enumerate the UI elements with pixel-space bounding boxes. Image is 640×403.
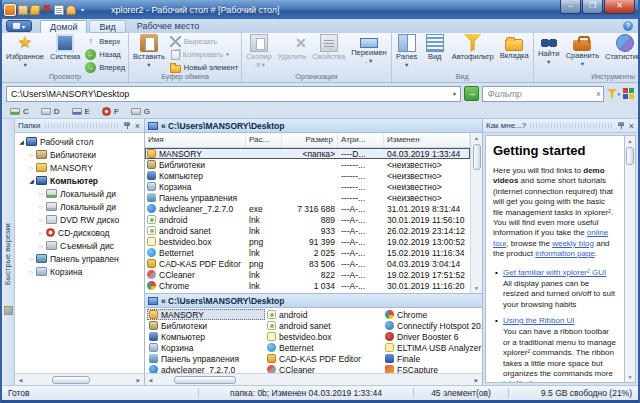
tree-item[interactable]: ◢Рабочий стол: [15, 135, 144, 148]
close-button[interactable]: ✕: [604, 0, 635, 14]
scroll-track[interactable]: [156, 375, 471, 385]
up-button[interactable]: Вверх: [83, 35, 127, 47]
file-row[interactable]: Chromelnk1 034---A-...30.01.2019 11:16:2…: [145, 280, 470, 291]
tree-item[interactable]: ▷CD-дисковод: [15, 226, 144, 239]
file-row[interactable]: android sanetlnk933---A-...26.02.2019 23…: [145, 225, 470, 236]
tree-item[interactable]: ▷Съемный дис: [15, 239, 144, 252]
tree-item[interactable]: ▷Панель управлен: [15, 252, 144, 265]
scroll-down-icon[interactable]: ▼: [471, 283, 482, 293]
tree-item[interactable]: ▷DVD RW диско: [15, 213, 144, 226]
expand-arrow-icon[interactable]: ▷: [37, 204, 46, 210]
help-link[interactable]: weekly blog: [552, 239, 594, 248]
tree-item[interactable]: ▷Корзина: [15, 265, 144, 278]
file-row[interactable]: MANSORY<папка>----D...04.03.2019 1:33:44: [145, 148, 470, 159]
go-button[interactable]: →: [464, 86, 479, 101]
tab-workspace[interactable]: Рабочее место: [128, 20, 209, 33]
pin-icon[interactable]: [123, 121, 132, 130]
file-item[interactable]: ELTIMA USB Analyzer: [383, 342, 482, 353]
copy-to-button[interactable]: Скопир. в ▾: [243, 33, 274, 68]
properties-button[interactable]: Свойства: [309, 33, 348, 61]
drive-e[interactable]: E: [72, 107, 90, 116]
address-dropdown-icon[interactable]: ▾: [448, 90, 460, 97]
scroll-track[interactable]: [625, 146, 635, 372]
file-row[interactable]: Библиотеки------...<неизвестно>: [145, 159, 470, 170]
filter-input[interactable]: [483, 89, 593, 99]
column-header[interactable]: Размер: [282, 133, 338, 147]
forward-button[interactable]: Вперед: [83, 61, 127, 73]
tab-view[interactable]: Вид: [89, 20, 125, 33]
expand-arrow-icon[interactable]: ▷: [27, 165, 36, 171]
file-item[interactable]: Connectify Hotspot 2018: [383, 320, 482, 331]
column-header[interactable]: Имя: [145, 133, 246, 147]
clips-icon[interactable]: [4, 306, 13, 315]
copy-button[interactable]: Копировать▾: [168, 48, 240, 60]
scroll-right-icon[interactable]: ▶: [133, 374, 144, 386]
tree-item[interactable]: ▷MANSORY: [15, 161, 144, 174]
file-item[interactable]: FSCapture: [383, 364, 482, 373]
expand-arrow-icon[interactable]: ▷: [27, 256, 36, 262]
tree-item[interactable]: ▷Локальный ди: [15, 187, 144, 200]
help-link[interactable]: information page: [535, 249, 595, 258]
scroll-up-icon[interactable]: ▲: [625, 136, 636, 146]
tab-button[interactable]: Вкладка: [497, 33, 532, 60]
file-item[interactable]: Betternet: [265, 342, 383, 353]
help-icon[interactable]: ?: [623, 21, 633, 31]
panes-button[interactable]: Panes ▾: [393, 33, 421, 68]
file-item[interactable]: android sanet: [265, 320, 383, 331]
scroll-right-icon[interactable]: ▶: [471, 374, 482, 386]
file-row[interactable]: CCleanerlnk822---A-...19.02.2019 17:51:5…: [145, 269, 470, 280]
expand-arrow-icon[interactable]: ▷: [37, 191, 46, 197]
compare-button[interactable]: Сравнить ▾: [563, 33, 602, 67]
tree-hscrollbar[interactable]: ◀ ▶: [15, 373, 144, 385]
filter-clear-icon[interactable]: x: [593, 89, 603, 98]
expand-arrow-icon[interactable]: ▷: [37, 243, 46, 249]
color-grid-icon[interactable]: [623, 88, 634, 99]
scroll-track[interactable]: [26, 375, 133, 385]
file-row[interactable]: adwcleaner_7.2.7.0exe7 316 688---A-...31…: [145, 203, 470, 214]
system-button[interactable]: Система: [47, 33, 83, 61]
file-item[interactable]: Корзина: [147, 342, 265, 353]
scroll-down-icon[interactable]: ▼: [625, 372, 636, 382]
address-input[interactable]: [7, 87, 448, 100]
file-row[interactable]: Betternetlnk2 025---A-...15.02.2019 11:1…: [145, 247, 470, 258]
top-pane-vscrollbar[interactable]: ▲ ▼: [470, 133, 482, 293]
find-button[interactable]: Найти ▾: [535, 33, 563, 65]
top-pane-header[interactable]: « C:\Users\MANSORY\Desktop: [145, 119, 482, 133]
file-item[interactable]: Driver Booster 6: [383, 331, 482, 342]
file-row[interactable]: Компьютер------...<неизвестно>: [145, 170, 470, 181]
file-item[interactable]: Finale: [383, 353, 482, 364]
collapse-arrow-icon[interactable]: ◢: [17, 138, 26, 145]
column-header[interactable]: Рас...: [246, 133, 282, 147]
qat-open-folder-icon[interactable]: [29, 5, 40, 15]
new-item-button[interactable]: Новый элемент: [168, 61, 240, 73]
qat-document-icon[interactable]: [54, 5, 64, 15]
scroll-left-icon[interactable]: ◀: [15, 374, 26, 386]
collapse-arrow-icon[interactable]: ◢: [27, 177, 36, 184]
help-link[interactable]: Get familiar with xplorer² GUI: [503, 268, 617, 278]
scroll-thumb[interactable]: [473, 144, 481, 170]
column-header[interactable]: Изменен: [384, 133, 470, 147]
file-item[interactable]: CAD-KAS PDF Editor: [265, 353, 383, 364]
expand-arrow-icon[interactable]: ▷: [37, 230, 46, 236]
paste-button[interactable]: Вставить ▾: [130, 33, 168, 68]
scroll-track[interactable]: [472, 143, 482, 283]
file-item[interactable]: adwcleaner_7.2.7.0: [147, 364, 265, 373]
tree-item[interactable]: ◢Компьютер: [15, 174, 144, 187]
bottom-hscrollbar[interactable]: ◀ ▶: [145, 373, 482, 385]
app-logo-icon[interactable]: [4, 4, 16, 16]
scroll-up-icon[interactable]: ▲: [471, 133, 482, 143]
cut-button[interactable]: Вырезать: [168, 35, 240, 47]
file-item[interactable]: Панель управления: [147, 353, 265, 364]
drive-d[interactable]: D: [41, 107, 60, 116]
file-row[interactable]: Панель управления------...<неизвестно>: [145, 192, 470, 203]
help-vscrollbar[interactable]: ▲ ▼: [624, 135, 636, 383]
file-item[interactable]: CCleaner: [265, 364, 383, 373]
drive-c[interactable]: C: [10, 107, 29, 116]
scroll-thumb[interactable]: [52, 376, 90, 384]
back-button[interactable]: Назад: [83, 48, 127, 60]
file-row[interactable]: bestvideo.boxpng91 399---A-...19.02.2019…: [145, 236, 470, 247]
file-item[interactable]: bestvideo.box: [265, 331, 383, 342]
filter-funnel-icon[interactable]: ▾: [607, 89, 620, 98]
scroll-left-icon[interactable]: ◀: [145, 374, 156, 386]
file-row[interactable]: CAD-KAS PDF Editorpng83 506---A-...04.03…: [145, 258, 470, 269]
